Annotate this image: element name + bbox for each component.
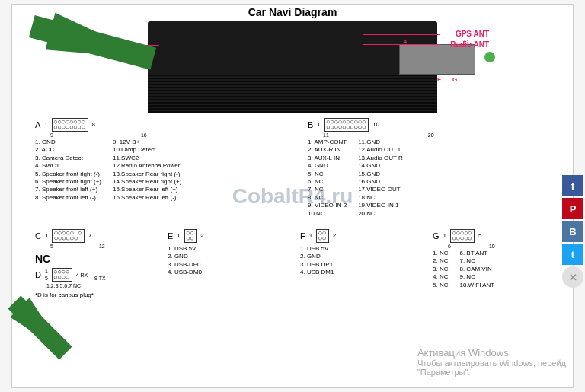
pin-item: 15.GND bbox=[358, 171, 403, 178]
pin-num: 1 bbox=[44, 121, 47, 129]
pin-item: 12.Audio OUT L bbox=[358, 146, 403, 154]
conn-g-pins-left: 1. NC2. NC3. NC4. NC5. NC bbox=[433, 250, 448, 289]
pin-item: 5. NC bbox=[308, 171, 347, 178]
pin-item: 18.NC bbox=[358, 194, 403, 202]
pin-item: 1. GND bbox=[35, 139, 101, 146]
conn-d-label: D bbox=[403, 76, 408, 83]
pin-item: 12.Radio Antenna Power bbox=[113, 162, 182, 170]
diagram-page: Car Navi Diagram A C D B F G Fuse GPS AN… bbox=[11, 4, 574, 388]
conn-b-letter: B bbox=[308, 120, 313, 130]
connector-b-block: B 1 ○○○○○○○○○○○○○○○○○○○○ 10 1120 1. AMP-… bbox=[308, 118, 550, 218]
pin-item: 13.Audio OUT R bbox=[358, 155, 403, 162]
pin-num: 10 bbox=[372, 121, 379, 129]
gps-ant-label: GPS ANT bbox=[456, 30, 489, 38]
pin-item: 3. NC bbox=[433, 266, 448, 273]
pin-item: 19.VIDEO-IN 1 bbox=[358, 202, 403, 209]
close-button[interactable]: ✕ bbox=[562, 266, 583, 288]
pin-item: 10.NC bbox=[308, 210, 347, 218]
pin-num: 8 bbox=[92, 121, 95, 129]
pin-item: 7. NC bbox=[459, 257, 494, 265]
pin-item: 8. Speaker front left (-) bbox=[35, 194, 101, 202]
nc-label: NC bbox=[35, 252, 152, 266]
conn-g-label: G bbox=[452, 76, 457, 83]
arrow-to-canbus bbox=[10, 298, 75, 363]
conn-g-pins-right: 6. BT ANT7. NC8. CAM VIN9. NC10.WIFI ANT bbox=[459, 250, 494, 289]
pin-item: 3. AUX-L IN bbox=[308, 155, 347, 162]
connector-g-block: G 1 ○○○○○○○○○○ 5 610 1. NC2. NC3. NC4. N… bbox=[433, 229, 550, 299]
pin-item: 7. Speaker front left (+) bbox=[35, 186, 101, 193]
twitter-button[interactable]: t bbox=[562, 244, 583, 265]
pin-item: 4. USB-DM0 bbox=[168, 269, 285, 276]
pin-item: 3. USB-DP0 bbox=[168, 261, 285, 269]
pin-item: 4. NC bbox=[433, 273, 448, 281]
pin-item: 17.VIDEO-OUT bbox=[358, 186, 403, 193]
facebook-button[interactable]: f bbox=[562, 175, 583, 196]
connector-f-block: F 1 ○○○○ 2 1. USB 5V2. GND3. USB DP14. U… bbox=[300, 229, 417, 299]
conn-a-diagram: ○○○○○○○○○○○○○○○○ bbox=[52, 118, 88, 132]
conn-f-label: F bbox=[437, 76, 441, 83]
pin-item: 13.Speaker Rear right (-) bbox=[113, 171, 182, 178]
pin-item: 5. Speaker front right (-) bbox=[35, 171, 101, 178]
conn-f-pins: 1. USB 5V2. GND3. USB DP14. USB DM1 bbox=[300, 245, 417, 277]
pin-item: 2. AUX-R IN bbox=[308, 146, 347, 154]
conn-e-pins: 1. USB 5V2. GND3. USB-DP04. USB-DM0 bbox=[168, 245, 285, 277]
conn-b-label: B bbox=[418, 76, 423, 83]
pin-item: 8. CAM VIN bbox=[459, 266, 494, 273]
pin-item: 2. GND bbox=[300, 253, 417, 260]
pin-item: 9. NC bbox=[459, 273, 494, 281]
connector-d-block: D 15 ○○○○○○○○ 4 RX 8 TX 1,2,3,5,6,7 NC *… bbox=[35, 268, 152, 299]
pin-item: 10.Lamp Detect bbox=[113, 146, 182, 154]
connector-block bbox=[399, 44, 475, 75]
pin-item: 16.Speaker Rear left (-) bbox=[113, 194, 182, 202]
arrow-to-connector bbox=[46, 13, 158, 78]
pin-item: 2. ACC bbox=[35, 146, 101, 154]
pin-item: 11.SWC2 bbox=[113, 155, 182, 162]
radio-ant-line bbox=[363, 44, 440, 45]
green-button bbox=[484, 52, 495, 62]
connector-a-block: A 1 ○○○○○○○○○○○○○○○○ 8 916 1. GND2. ACC3… bbox=[35, 118, 277, 218]
pin-item: 3. USB DP1 bbox=[300, 261, 417, 269]
pinterest-button[interactable]: P bbox=[562, 198, 583, 219]
pin-item: 6. Speaker front right (+) bbox=[35, 178, 101, 186]
pin-item: 4. GND bbox=[308, 162, 347, 170]
pin-item: 2. NC bbox=[433, 257, 448, 265]
pin-item: 4. SWC1 bbox=[35, 162, 101, 170]
canbus-footnote: *D is for canbus plug* bbox=[35, 292, 152, 299]
conn-b-pins-left: 1. AMP-CONT2. AUX-R IN3. AUX-L IN4. GND5… bbox=[308, 139, 347, 218]
pin-item: 11.GND bbox=[358, 139, 403, 146]
vk-button[interactable]: B bbox=[562, 221, 583, 242]
conn-b-pins-right: 11.GND12.Audio OUT L13.Audio OUT R14.GND… bbox=[358, 139, 403, 218]
pin-item: 2. GND bbox=[168, 253, 285, 260]
conn-b-diagram: ○○○○○○○○○○○○○○○○○○○○ bbox=[324, 118, 369, 132]
pin-item: 9. 12V B+ bbox=[113, 139, 182, 146]
conn-a-pins-left: 1. GND2. ACC3. Camera Detect4. SWC15. Sp… bbox=[35, 139, 101, 202]
windows-activation-notice: Активация Windows Чтобы активировать Win… bbox=[417, 347, 566, 377]
share-sidebar: f P B t ✕ bbox=[562, 175, 583, 288]
pin-item: 4. USB DM1 bbox=[300, 269, 417, 276]
conn-a-letter: A bbox=[35, 120, 40, 130]
pin-item: 14.Speaker Rear right (+) bbox=[113, 178, 182, 186]
pin-item: 16.GND bbox=[358, 178, 403, 186]
pin-item: 6. BT ANT bbox=[459, 250, 494, 257]
pin-num: 1 bbox=[317, 121, 320, 129]
pin-item: 1. USB 5V bbox=[168, 245, 285, 253]
pin-item: 20.NC bbox=[358, 210, 403, 218]
pin-item: 14.GND bbox=[358, 162, 403, 170]
gps-ant-line bbox=[363, 34, 440, 35]
pin-item: 1. AMP-CONT bbox=[308, 139, 347, 146]
page-title: Car Navi Diagram bbox=[12, 5, 573, 20]
pin-item: 3. Camera Detect bbox=[35, 155, 101, 162]
connector-c-block: C 1 ○○○○○ ○○○○○○○ 7 512 NC D 15 ○○○○○○○○… bbox=[35, 229, 152, 299]
pin-item: 10.WIFI ANT bbox=[459, 282, 494, 289]
conn-a-pins-right: 9. 12V B+10.Lamp Detect11.SWC212.Radio A… bbox=[113, 139, 182, 202]
pinout-section: A 1 ○○○○○○○○○○○○○○○○ 8 916 1. GND2. ACC3… bbox=[12, 114, 573, 303]
device-rear-panel: A C D B F G bbox=[148, 21, 437, 113]
pin-item: 7. NC bbox=[308, 186, 347, 193]
pin-item: 6. NC bbox=[308, 178, 347, 186]
pin-item: 15.Speaker Rear left (+) bbox=[113, 186, 182, 193]
radio-ant-label: Radio ANT bbox=[450, 40, 489, 49]
connector-e-block: E 1 ○○○○ 2 1. USB 5V2. GND3. USB-DP04. U… bbox=[168, 229, 285, 299]
pin-item: 5. NC bbox=[433, 282, 448, 289]
pin-item: 8. NC bbox=[308, 194, 347, 202]
pin-item: 9. VIDEO-IN 2 bbox=[308, 202, 347, 209]
